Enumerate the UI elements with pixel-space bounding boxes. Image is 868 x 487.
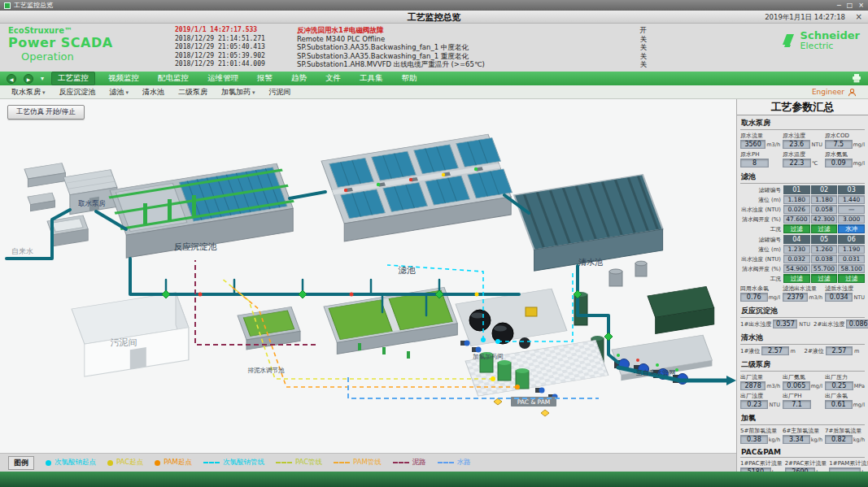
back-button[interactable]: ◀ [7, 74, 16, 84]
header: EcoStruxure™ Power SCADA Operation 2019/… [0, 24, 868, 72]
filter-value: 3.000 [838, 215, 865, 224]
param-cell: 1#PAM累计流量L [829, 459, 868, 472]
submenu-sedimentation[interactable]: 反应沉淀池 [59, 87, 96, 98]
menu-item-tools[interactable]: 工具集 [354, 72, 389, 85]
menu-item-files[interactable]: 文件 [320, 72, 347, 85]
param-cell: 2#液位2.57m [805, 346, 866, 355]
label-chlorination: 加氯加药间 [472, 353, 504, 360]
param-label: 5#前加氯流量 [740, 427, 780, 435]
dash-swatch [334, 462, 350, 463]
alarm-row[interactable]: 2018/12/29 21:05:39.902SP.Substation3.AA… [175, 52, 647, 61]
menu-item-power-monitor[interactable]: 配电监控 [152, 72, 194, 85]
alarm-row[interactable]: 2018/12/29 21:14:51.271Remote M340 PLC O… [175, 35, 647, 44]
param-value: 0.25 [825, 381, 853, 390]
simulation-toggle-button[interactable]: 工艺仿真 开始/停止 [7, 105, 85, 120]
param-unit: mg/l [853, 402, 865, 408]
logo-line1: EcoStruxure™ [8, 26, 113, 35]
param-label: 1#出水浊度 [740, 320, 771, 328]
section-secondary-pumphouse: 二级泵房 出厂流量2878m3/h 出厂氨氮0.065mg/l 出厂压力0.25… [737, 357, 868, 411]
process-parameter-panel: 工艺参数汇总 取水泵房 原水流量3560m3/h 原水浊度23.6NTU 原水C… [736, 99, 868, 472]
param-unit: kg/h [811, 437, 822, 443]
green-pipe [143, 203, 147, 224]
param-unit: m [854, 348, 865, 354]
filter-value: — [838, 205, 865, 214]
alarm-row[interactable]: 2018/12/29 21:05:40.413SP.Substation3.AA… [175, 43, 647, 52]
schneider-logo: Schneider Electric [780, 30, 860, 50]
submenu-dosing[interactable]: 加氯加药▾ [221, 87, 255, 98]
menu-item-help[interactable]: 帮助 [396, 72, 423, 85]
param-label: 出厂氨氮 [783, 373, 822, 381]
page-close-icon[interactable]: × [856, 12, 862, 21]
unit-clearwell[interactable] [514, 175, 663, 286]
brand-line2: Electric [800, 41, 860, 51]
submenu-sludge-house[interactable]: 污泥间 [269, 87, 291, 98]
label-sedimentation: 反应沉淀池 [174, 241, 217, 251]
param-unit: NTU [853, 294, 865, 301]
param-unit: L [816, 469, 827, 472]
logo-line3: Operation [21, 50, 113, 63]
clearwell-silos [609, 261, 647, 286]
param-label: 出厂PH [783, 392, 822, 400]
dash-swatch [438, 462, 454, 463]
menu-item-maintenance[interactable]: 运维管理 [202, 72, 244, 85]
param-cell: 出厂氨氮0.065mg/l [783, 373, 822, 390]
logo-line2: Power SCADA [8, 35, 113, 50]
param-value: 0.76 [740, 293, 768, 302]
close-icon[interactable]: × [858, 0, 864, 11]
param-label: 原水氨氮 [825, 150, 865, 159]
forward-button[interactable]: ▶ [24, 74, 33, 84]
unit-intake-pumphouse[interactable] [63, 170, 117, 215]
alarm-row[interactable]: 2019/1/1 14:27:17.533反冲洗回用水1#电磁阀故障开 [175, 26, 647, 35]
param-value: 2.57 [761, 346, 788, 355]
maximize-icon[interactable]: □ [847, 0, 853, 11]
label-to-network: 至自来水管网 [636, 369, 675, 376]
param-label: 1#PAM累计流量 [829, 459, 868, 467]
param-value: 0.034 [825, 293, 853, 302]
filter-value: 0.026 [783, 205, 810, 214]
param-cell: 1#出水浊度0.357NTU [740, 320, 810, 328]
param-value: 0.61 [825, 400, 853, 409]
param-cell: 2#出水浊度0.086NTU [813, 320, 868, 328]
legend-bar: 图例 次氯酸钠起点 PAC起点 PAM起点 次氯酸钠管线 PAC管线 PAM管线… [0, 453, 736, 472]
submenu-filter[interactable]: 滤池▾ [110, 87, 129, 98]
param-value: 7.1 [783, 400, 811, 409]
filter-table-2: 滤罐编号 04 05 06 液位 (m) 1.230 1.260 1.190 出… [740, 235, 865, 283]
submenu-clearwell[interactable]: 清水池 [142, 87, 164, 98]
param-unit: NTU [769, 402, 780, 408]
section-pac-pam: PAC&PAM 1#PAC累计流量5180L 2#PAC累计流量2690L 1#… [737, 446, 868, 472]
menu-item-video-monitor[interactable]: 视频监控 [103, 72, 145, 85]
page-title: 工艺监控总览 [0, 11, 868, 24]
menu-item-alarms[interactable]: 报警 [251, 72, 278, 85]
legend-item: PAM管线 [334, 458, 382, 467]
unit-sludge-regulation-pond[interactable] [238, 307, 300, 350]
alarm-row[interactable]: 2018/12/29 21:01:44.009SP.Substation1.AH… [175, 60, 647, 69]
titlebar-title: 工艺监控总览 [14, 1, 837, 10]
legend-item: 泥路 [393, 458, 426, 467]
param-unit: mg/l [769, 294, 780, 301]
param-unit: mg/l [853, 141, 865, 148]
alarm-state: 关 [632, 60, 647, 69]
alarm-time: 2018/12/29 21:14:51.271 [175, 35, 297, 44]
param-value: 0.065 [783, 381, 810, 390]
dosing-cabinet [526, 307, 537, 316]
menu-item-trends[interactable]: 趋势 [286, 72, 312, 85]
filter-col-header: 04 [783, 235, 810, 244]
submenu-intake-pumphouse[interactable]: 取水泵房▾ [11, 87, 46, 98]
nav-history-dropdown-icon[interactable]: ▾ [41, 75, 44, 82]
param-value: 0.086 [846, 320, 868, 328]
unit-reuse-ponds[interactable] [324, 287, 457, 359]
param-cell: 原水氨氮0.09mg/l [825, 150, 865, 167]
submenu-secondary-pumphouse[interactable]: 二级泵房 [178, 87, 207, 98]
menu-item-process-monitor[interactable]: 工艺监控 [51, 72, 95, 85]
unit-sludge-house[interactable] [72, 293, 189, 377]
unit-filter-basin[interactable] [321, 134, 513, 241]
dash-swatch [276, 462, 292, 463]
filter-col-header: 06 [838, 235, 865, 244]
legend-label: 次氯酸钠起点 [55, 458, 96, 467]
filter-col-header: 05 [811, 235, 838, 244]
alarm-state: 关 [632, 52, 647, 61]
minimize-icon[interactable]: ─ [837, 0, 841, 11]
user-menu[interactable]: Engineer [812, 88, 857, 97]
panel-title: 工艺参数汇总 [737, 99, 868, 115]
printer-icon[interactable] [852, 73, 861, 85]
